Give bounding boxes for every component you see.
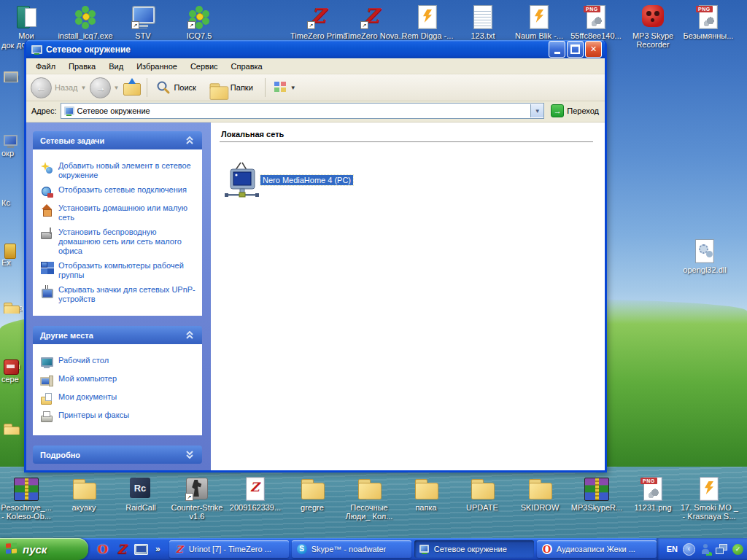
- desktop-icon[interactable]: ↗ Песочные Люди_ Кол...: [341, 476, 397, 521]
- network-item-nero-mediahome[interactable]: Nero MediaHome 4 (PC): [224, 161, 353, 199]
- hidden-icons-chevron[interactable]: ‹: [683, 543, 695, 556]
- audio-doc-icon: ↗: [527, 4, 551, 29]
- network-tasks-header[interactable]: Сетевые задачи: [33, 131, 202, 149]
- wireless-icon: [40, 228, 53, 241]
- task-pane-link[interactable]: Мой компьютер: [40, 374, 196, 387]
- network-tray-icon[interactable]: [716, 544, 727, 554]
- taskbar-button[interactable]: Urinot [7] - TimeZero ...: [169, 540, 289, 558]
- details-header[interactable]: Подробно: [33, 446, 202, 464]
- desktop-icon-partial[interactable]: Мон сере: [0, 359, 23, 385]
- title-bar[interactable]: Сетевое окружение ✕: [26, 40, 605, 58]
- menu-item[interactable]: Справка: [225, 60, 269, 73]
- task-pane-link[interactable]: Мои документы: [40, 392, 196, 405]
- search-button[interactable]: Поиск: [152, 79, 202, 96]
- desktop-icon[interactable]: ↗ папка: [398, 476, 454, 512]
- desktop-icon-opengl32[interactable]: ↗ opengl32.dll: [677, 238, 732, 274]
- menu-item[interactable]: Сервис: [184, 60, 225, 73]
- task-pane-link[interactable]: Отобразить компьютеры рабочей группы: [40, 261, 196, 280]
- desktop-icon-partial[interactable]: fe: [0, 421, 23, 435]
- desktop-icon[interactable]: ↗ TimeZero Prima...: [291, 4, 347, 40]
- desktop-icon[interactable]: ↗ gregre: [285, 476, 340, 512]
- folders-button[interactable]: Папки: [205, 78, 260, 97]
- desktop-icon[interactable]: ↗ 55ffc8ee140...: [568, 4, 624, 40]
- desktop-icon[interactable]: ↗ Naum Blik -...: [511, 4, 567, 40]
- desktop-icon[interactable]: ↗ TimeZero Nova...: [344, 4, 400, 40]
- desktop-icon-partial[interactable]: Кс: [0, 195, 23, 209]
- folder-content-area[interactable]: Локальная сеть Nero MediaHome 4 (PC): [211, 122, 605, 470]
- network-places-icon: [63, 106, 74, 117]
- forward-dropdown-icon[interactable]: ▼: [113, 85, 119, 91]
- desktop-icon-partial[interactable]: ком: [0, 69, 23, 82]
- desktop-icon-label: док: [0, 41, 14, 50]
- timezero-icon: ↗: [306, 4, 331, 29]
- desktop-icon[interactable]: ↗ ICQ7.5: [171, 4, 227, 40]
- go-button[interactable]: → Переход: [548, 104, 602, 118]
- go-label: Переход: [567, 106, 599, 115]
- desktop-icon-partial[interactable]: In Ex: [0, 242, 23, 268]
- task-pane-link[interactable]: Скрывать значки для сетевых UPnP-устройс…: [40, 285, 196, 304]
- desktop-icon[interactable]: ↗ 123.txt: [455, 4, 511, 40]
- desktop-icon[interactable]: ↗ MP3 Skype Recorder: [625, 4, 681, 49]
- menu-item[interactable]: Файл: [29, 60, 62, 73]
- desktop-icon[interactable]: ↗ install_icq7.exe: [58, 4, 113, 40]
- desktop-icon[interactable]: ↗ акуаку: [56, 476, 112, 512]
- menu-item[interactable]: Избранное: [130, 60, 184, 73]
- skype-online-tray-icon[interactable]: ✓: [732, 544, 743, 555]
- network-places-icon: [31, 44, 42, 55]
- views-button[interactable]: ▼: [271, 80, 301, 95]
- desktop-icon[interactable]: ↗ RaidCall: [113, 476, 169, 512]
- desktop-icon-partial[interactable]: Нова: [0, 300, 23, 314]
- mp3rec-icon: ↗: [640, 4, 665, 29]
- taskbar-button[interactable]: Сетевое окружение: [414, 540, 534, 558]
- quicklaunch-overflow-chevron[interactable]: »: [155, 544, 160, 554]
- desktop-icon-partial[interactable]: Се окр: [0, 133, 23, 159]
- start-button[interactable]: пуск: [0, 538, 88, 560]
- desktop-icon[interactable]: ↗ 2009162339...: [228, 476, 283, 512]
- other-places-header[interactable]: Другие места: [33, 326, 202, 344]
- desktop-icon-partial[interactable]: док: [0, 38, 23, 51]
- language-indicator[interactable]: EN: [667, 545, 678, 553]
- desktop-icon[interactable]: ↗ Counter-Strike v1.6: [169, 476, 225, 521]
- taskbar-button[interactable]: Аудиозаписи Жеки ...: [537, 540, 657, 558]
- task-pane-link[interactable]: Добавить новый элемент в сетевое окружен…: [40, 161, 196, 180]
- minimize-button[interactable]: [549, 41, 565, 58]
- shortcut-arrow-icon: ↗: [360, 21, 368, 29]
- task-pane-link[interactable]: Установить домашнюю или малую сеть: [40, 203, 196, 222]
- chevron-up-icon[interactable]: [185, 136, 195, 144]
- timezero-quicklaunch-icon[interactable]: Z: [115, 541, 129, 557]
- desktop-icon[interactable]: ↗ STV: [115, 4, 171, 40]
- maximize-button[interactable]: [567, 41, 584, 58]
- menu-item[interactable]: Вид: [102, 60, 130, 73]
- task-pane-link[interactable]: Отобразить сетевые подключения: [40, 185, 196, 198]
- address-dropdown-button[interactable]: ▼: [530, 104, 543, 117]
- task-pane-link[interactable]: Рабочий стол: [40, 356, 196, 369]
- chevron-up-icon[interactable]: [185, 331, 195, 339]
- desktop-icon-label: Ex: [0, 258, 11, 267]
- taskbar-button[interactable]: Skype™ - noadwater: [292, 540, 411, 558]
- desktop-icon-label: окр: [0, 149, 14, 158]
- desktop-icon[interactable]: ↗ SKIDROW: [512, 476, 568, 512]
- task-pane-link[interactable]: Принтеры и факсы: [40, 411, 196, 424]
- messenger-tray-icon[interactable]: [700, 544, 711, 555]
- opera-quicklaunch-icon[interactable]: O: [96, 541, 110, 557]
- close-button[interactable]: ✕: [585, 41, 602, 58]
- desktop-icon[interactable]: ↗ MP3SkypeR...: [569, 476, 624, 512]
- address-combo[interactable]: Сетевое окружение ▼: [61, 103, 545, 119]
- desktop-icon[interactable]: ↗ UPDATE: [454, 476, 510, 512]
- desktop-icon[interactable]: ↗ 11231.png: [625, 476, 681, 512]
- desktop-icon[interactable]: ↗ Rem Digga -...: [400, 4, 455, 40]
- desktop-icon[interactable]: ↗ 17. Smoki MO _ - Krasnaya S...: [681, 476, 737, 521]
- audio-doc-icon: ↗: [697, 476, 721, 501]
- menu-item[interactable]: Правка: [62, 60, 102, 73]
- chevron-down-icon[interactable]: [185, 451, 195, 459]
- task-pane-link[interactable]: Установить беспроводную домашнюю сеть ил…: [40, 228, 196, 256]
- back-button[interactable]: ←: [31, 77, 52, 98]
- desktop-icon[interactable]: ↗ Pesochnye_... - Koleso-Ob...: [0, 476, 54, 521]
- show-desktop-icon[interactable]: [133, 541, 148, 557]
- desktop-icon[interactable]: ↗ Безымянны...: [681, 4, 736, 40]
- back-dropdown-icon[interactable]: ▼: [81, 85, 87, 91]
- forward-button[interactable]: →: [90, 77, 111, 98]
- desktop-icon-label: TimeZero Nova...: [344, 31, 400, 40]
- details-panel: Подробно: [33, 446, 202, 464]
- up-folder-button[interactable]: [123, 79, 142, 96]
